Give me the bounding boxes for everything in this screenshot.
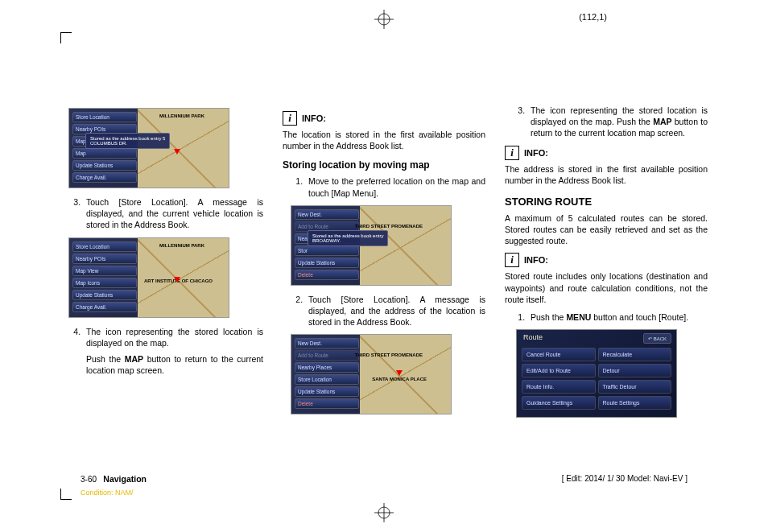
- map-label: MILLENNIUM PARK: [159, 243, 204, 248]
- heading-storing-route: STORING ROUTE: [505, 196, 708, 208]
- info-label: INFO:: [302, 113, 326, 123]
- condition-label: Condition: NAM/: [81, 489, 134, 497]
- menu-btn[interactable]: New Dest.: [295, 338, 359, 348]
- menu-btn[interactable]: Map View: [72, 266, 137, 276]
- step-3: The icon representing the stored locatio…: [527, 105, 708, 139]
- info-icon: i: [505, 146, 519, 160]
- route-option[interactable]: Guidance Settings: [522, 396, 596, 410]
- ordered-list: Push the MENU button and touch [Route].: [505, 311, 708, 323]
- screenshot-map-location-stored: Store Location Nearby POIs Map View Map …: [68, 237, 229, 318]
- menu-btn[interactable]: Store Location: [295, 374, 359, 385]
- route-grid: Cancel Route Recalculate Edit/Add to Rou…: [522, 348, 671, 410]
- page-num: 3-60: [81, 475, 97, 484]
- column-1: Store Location Nearby POIs Map Map Updat…: [60, 105, 263, 423]
- edit-info: [ Edit: 2014/ 1/ 30 Model: Navi-EV ]: [562, 474, 687, 484]
- menu-btn[interactable]: Charge Avail.: [72, 302, 137, 312]
- map-menu: Store Location Nearby POIs Map View Map …: [72, 241, 137, 312]
- map-marker-icon: [174, 277, 180, 282]
- zoom-out[interactable]: ZOOM OUT: [197, 165, 226, 175]
- zoom-out[interactable]: ZOOM OUT: [419, 262, 448, 272]
- menu-btn[interactable]: Update Stations: [295, 258, 359, 268]
- menu-btn-disabled: Add to Route: [295, 350, 359, 361]
- route-option[interactable]: Route Info.: [522, 380, 596, 394]
- zoom-controls: ZOOM OUT ZOOM IN: [197, 165, 226, 185]
- step-1: Push the MENU button and touch [Route].: [527, 311, 708, 323]
- ordered-list: Touch [Store Location]. A message is dis…: [60, 196, 263, 231]
- info-label: INFO:: [524, 255, 548, 265]
- route-title: Route: [523, 333, 543, 341]
- heading-storing-by-map: Storing location by moving map: [283, 159, 485, 171]
- screenshot-route-menu: Route ↶ BACK Cancel Route Recalculate Ed…: [516, 329, 677, 418]
- menu-btn[interactable]: Map: [72, 148, 137, 159]
- menu-btn-delete[interactable]: Delete: [295, 398, 359, 409]
- route-option[interactable]: Detour: [598, 364, 672, 377]
- ordered-list: Touch [Store Location]. A message is dis…: [283, 294, 485, 328]
- zoom-in[interactable]: ZOOM IN: [197, 176, 226, 186]
- zoom-out[interactable]: ZOOM OUT: [419, 391, 448, 401]
- menu-btn[interactable]: Stor: [295, 245, 359, 256]
- menu-btn[interactable]: Update Stations: [295, 386, 359, 397]
- crop-mark-tl: [60, 32, 72, 43]
- info-icon: i: [283, 111, 297, 126]
- route-option[interactable]: Traffic Detour: [598, 380, 672, 394]
- info-text: Stored route includes only locations (de…: [505, 270, 708, 305]
- route-option[interactable]: Cancel Route: [522, 348, 596, 361]
- zoom-out[interactable]: ZOOM OUT: [197, 295, 226, 304]
- step-4-text-a: The icon representing the stored locatio…: [86, 327, 263, 348]
- menu-button-label: MENU: [566, 312, 591, 322]
- menu-btn[interactable]: Map Icons: [72, 278, 137, 288]
- menu-btn[interactable]: Store Location: [72, 241, 137, 252]
- zoom-in[interactable]: ZOOM IN: [419, 402, 448, 412]
- map-menu: New Dest. Add to Route Nearby Places Sto…: [295, 338, 359, 409]
- screenshot-store-location-msg: Store Location Nearby POIs Map Map Updat…: [68, 108, 229, 188]
- text-pre: Push the: [531, 312, 566, 322]
- map-label: SANTA MONICA PLACE: [372, 377, 427, 381]
- menu-btn[interactable]: Nearby POIs: [72, 254, 137, 264]
- menu-btn[interactable]: Update Stations: [72, 290, 137, 300]
- page-coordinate: (112,1): [579, 12, 607, 22]
- zoom-in[interactable]: ZOOM IN: [419, 273, 448, 282]
- menu-btn[interactable]: Nearby Places: [295, 362, 359, 373]
- map-label: THIRD STREET PROMENADE: [355, 353, 423, 357]
- menu-btn[interactable]: Update Stations: [72, 160, 137, 171]
- column-2: i INFO: The location is stored in the fi…: [283, 105, 485, 423]
- back-button[interactable]: ↶ BACK: [422, 208, 448, 219]
- info-text: The address is stored in the first avail…: [505, 163, 708, 186]
- ordered-list: Move to the preferred location on the ma…: [283, 175, 485, 198]
- ordered-list: The icon representing the stored locatio…: [60, 326, 263, 377]
- route-option[interactable]: Route Settings: [598, 396, 672, 410]
- section-label: Navigation: [103, 474, 147, 484]
- step-4: The icon representing the stored locatio…: [83, 326, 263, 377]
- route-option[interactable]: Recalculate: [598, 348, 672, 361]
- ordered-list: The icon representing the stored locatio…: [505, 105, 708, 139]
- back-button[interactable]: ↶ BACK: [643, 333, 671, 344]
- page-footer: 3-60 Navigation [ Edit: 2014/ 1/ 30 Mode…: [81, 474, 687, 484]
- info-icon: i: [505, 253, 519, 267]
- step-1: Move to the preferred location on the ma…: [305, 175, 485, 198]
- menu-btn[interactable]: Charge Avail.: [72, 172, 137, 183]
- menu-btn[interactable]: New Dest.: [295, 209, 359, 220]
- info-callout: i INFO:: [505, 253, 708, 267]
- screenshot-move-map-stored: New Dest. Add to Route Nearby Places Sto…: [291, 334, 452, 414]
- text-post: button and touch [Route].: [591, 312, 688, 322]
- zoom-in[interactable]: ZOOM IN: [197, 305, 226, 315]
- step-3: Touch [Store Location]. A message is dis…: [83, 196, 263, 231]
- map-label: MILLENNIUM PARK: [159, 113, 204, 118]
- info-callout: i INFO:: [505, 146, 708, 160]
- page-number: 3-60 Navigation: [81, 474, 147, 484]
- route-option[interactable]: Edit/Add to Route: [522, 364, 596, 377]
- map-marker-icon: [396, 370, 403, 376]
- menu-btn-delete[interactable]: Delete: [295, 270, 359, 280]
- zoom-controls: ZOOM OUT ZOOM IN: [197, 295, 226, 315]
- menu-btn[interactable]: Store Location: [72, 112, 137, 122]
- column-3: The icon representing the stored locatio…: [505, 105, 708, 423]
- screenshot-move-map-msg: New Dest. Add to Route Near Stor Update …: [291, 205, 452, 286]
- back-button[interactable]: ↶ BACK: [422, 337, 448, 348]
- zoom-controls: ZOOM OUT ZOOM IN: [419, 262, 448, 282]
- info-callout: i INFO:: [283, 111, 485, 126]
- stored-msg-tooltip: Stored as the address book entry 5 COLUM…: [85, 133, 170, 149]
- crop-mark-bl: [60, 489, 72, 500]
- info-text: The location is stored in the first avai…: [283, 129, 485, 151]
- map-marker-icon: [174, 149, 180, 155]
- map-button-label: MAP: [653, 117, 671, 126]
